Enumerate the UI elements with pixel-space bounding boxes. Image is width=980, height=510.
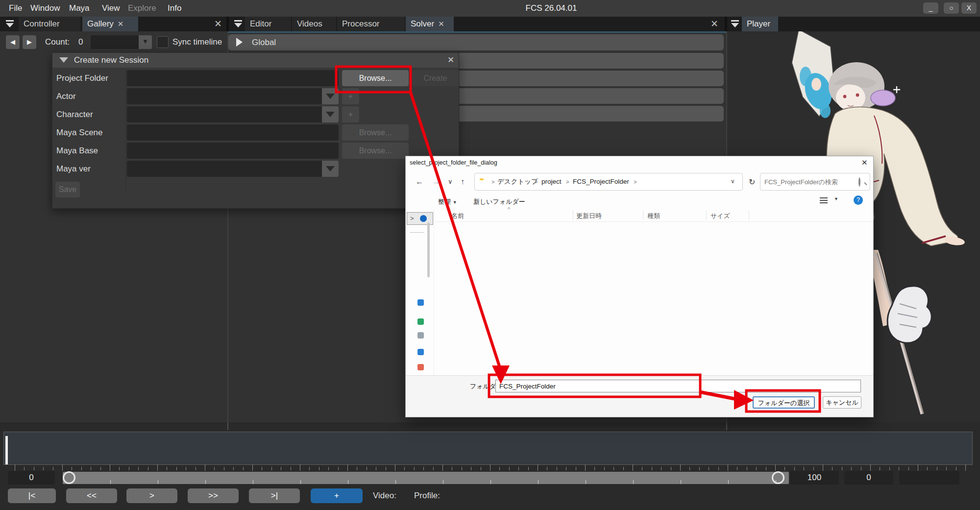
timeline-start-value[interactable]: 0 bbox=[8, 471, 55, 485]
save-button[interactable]: Save bbox=[55, 182, 80, 197]
sidebar-place-icon[interactable] bbox=[417, 299, 424, 306]
column-modified[interactable]: 更新日時 bbox=[576, 212, 602, 220]
next-arrow-button[interactable]: ▶ bbox=[23, 35, 36, 49]
dialog-close-icon[interactable]: ✕ bbox=[861, 158, 868, 167]
range-slider-left-handle[interactable] bbox=[63, 471, 75, 484]
cancel-button[interactable]: キャンセル bbox=[823, 396, 861, 409]
breadcrumb-desktop[interactable]: デスクトップ bbox=[497, 173, 538, 190]
tab-gallery-close-icon[interactable]: ✕ bbox=[118, 20, 124, 28]
add-actor-button[interactable]: + bbox=[342, 88, 359, 104]
column-name[interactable]: 名前 bbox=[451, 212, 464, 220]
step-forward-button[interactable]: >> bbox=[188, 488, 239, 503]
count-input[interactable] bbox=[91, 35, 139, 49]
tab-solver[interactable]: Solver✕ bbox=[406, 17, 454, 31]
help-icon[interactable]: ? bbox=[854, 195, 863, 205]
sidebar-place-icon[interactable] bbox=[417, 318, 424, 325]
add-button[interactable]: + bbox=[311, 488, 363, 503]
view-mode-icon[interactable] bbox=[820, 197, 828, 203]
dropdown-arrow-icon[interactable] bbox=[326, 94, 335, 99]
menu-info[interactable]: Info bbox=[168, 0, 181, 17]
browse-project-folder-button[interactable]: Browse... bbox=[342, 70, 409, 86]
panel-collapse-icon[interactable] bbox=[4, 19, 17, 29]
project-folder-input[interactable] bbox=[127, 70, 339, 86]
address-bar[interactable]: > デスクトップ > project > FCS_ProjectFolder >… bbox=[474, 173, 743, 191]
go-to-end-button[interactable]: >| bbox=[249, 488, 300, 503]
browse-maya-scene-button[interactable]: Browse... bbox=[342, 124, 409, 141]
count-dropdown-button[interactable]: ▼ bbox=[139, 35, 152, 49]
collapse-triangle-icon[interactable] bbox=[59, 57, 68, 63]
tab-player[interactable]: Player bbox=[742, 17, 778, 31]
maya-base-input[interactable] bbox=[127, 143, 339, 159]
left-section-close-icon[interactable]: ✕ bbox=[214, 18, 222, 30]
session-header: Create new Session ✕ bbox=[52, 53, 459, 68]
menu-view[interactable]: View bbox=[102, 0, 120, 17]
organize-menu[interactable]: 整理 ▼ bbox=[438, 197, 457, 206]
address-dropdown-icon[interactable]: ∨ bbox=[731, 178, 735, 185]
search-icon[interactable] bbox=[858, 177, 860, 187]
new-folder-button[interactable]: 新しいフォルダー bbox=[473, 197, 525, 206]
maya-ver-select[interactable] bbox=[127, 161, 339, 177]
ruler-tick bbox=[110, 464, 110, 471]
nav-forward-icon[interactable]: → bbox=[432, 177, 440, 186]
breadcrumb-project[interactable]: project bbox=[541, 173, 562, 190]
search-box[interactable] bbox=[760, 173, 870, 191]
dropdown-arrow-icon[interactable] bbox=[326, 112, 335, 117]
close-button[interactable]: X bbox=[961, 2, 977, 14]
ruler-tick bbox=[481, 467, 481, 470]
slider-tick bbox=[586, 480, 586, 484]
tab-controller[interactable]: Controller bbox=[19, 17, 80, 31]
nav-up-icon[interactable]: ↑ bbox=[461, 177, 465, 186]
maya-scene-input[interactable] bbox=[127, 124, 339, 141]
menu-explore[interactable]: Explore bbox=[128, 0, 156, 17]
sidebar-place-icon[interactable] bbox=[417, 332, 424, 339]
tab-solver-close-icon[interactable]: ✕ bbox=[438, 20, 444, 28]
dropdown-arrow-icon[interactable] bbox=[326, 166, 335, 171]
nav-back-icon[interactable]: ← bbox=[416, 177, 423, 186]
panel-collapse-icon[interactable] bbox=[232, 19, 245, 29]
minimize-button[interactable]: _ bbox=[923, 2, 938, 14]
timeline-current-value[interactable]: 0 bbox=[844, 471, 893, 485]
refresh-icon[interactable]: ↻ bbox=[749, 177, 755, 187]
tab-gallery[interactable]: Gallery✕ bbox=[82, 17, 138, 31]
timeline-end-value[interactable]: 100 bbox=[790, 471, 839, 485]
tab-processor[interactable]: Processor bbox=[337, 17, 405, 31]
search-input[interactable] bbox=[763, 175, 852, 188]
nav-recent-icon[interactable]: ∨ bbox=[448, 178, 453, 185]
menu-window[interactable]: Window bbox=[30, 0, 60, 17]
ruler-tick bbox=[832, 467, 833, 470]
maximize-button[interactable]: ○ bbox=[944, 2, 959, 14]
browse-maya-base-button[interactable]: Browse... bbox=[342, 143, 409, 159]
global-expander[interactable]: Global bbox=[228, 34, 724, 50]
sync-checkbox[interactable] bbox=[157, 36, 169, 48]
step-back-button[interactable]: << bbox=[66, 488, 117, 503]
view-dropdown-icon[interactable]: ▼ bbox=[834, 196, 838, 201]
middle-section-close-icon[interactable]: ✕ bbox=[710, 18, 718, 30]
timeline-track-panel[interactable] bbox=[3, 432, 973, 465]
tab-videos[interactable]: Videos bbox=[292, 17, 336, 31]
tab-editor[interactable]: Editor bbox=[245, 17, 291, 31]
select-folder-button[interactable]: フォルダーの選択 bbox=[753, 396, 815, 409]
play-button[interactable]: > bbox=[126, 488, 177, 503]
range-slider-right-handle[interactable] bbox=[772, 471, 784, 484]
column-type[interactable]: 種類 bbox=[647, 212, 660, 220]
sidebar-scrollbar[interactable] bbox=[427, 222, 430, 277]
menu-file[interactable]: File bbox=[9, 0, 22, 17]
ruler-tick bbox=[252, 464, 253, 471]
create-button[interactable]: Create bbox=[412, 70, 459, 86]
session-close-icon[interactable]: ✕ bbox=[447, 53, 454, 68]
go-to-start-button[interactable]: |< bbox=[8, 488, 56, 503]
menu-maya[interactable]: Maya bbox=[69, 0, 90, 17]
actor-select[interactable] bbox=[127, 88, 339, 104]
folder-name-input[interactable] bbox=[495, 380, 861, 392]
add-character-button[interactable]: + bbox=[342, 106, 359, 122]
character-select[interactable] bbox=[127, 106, 339, 122]
timeline-playhead[interactable] bbox=[5, 436, 8, 464]
ruler-tick bbox=[604, 467, 605, 470]
breadcrumb-fcs-projectfolder[interactable]: FCS_ProjectFolder bbox=[573, 173, 629, 190]
timeline-extra-field[interactable] bbox=[899, 471, 959, 485]
sidebar-place-icon[interactable] bbox=[417, 364, 424, 370]
column-size[interactable]: サイズ bbox=[710, 212, 730, 220]
prev-arrow-button[interactable]: ◀ bbox=[6, 35, 20, 49]
panel-collapse-icon[interactable] bbox=[729, 19, 742, 29]
sidebar-place-icon[interactable] bbox=[417, 349, 424, 355]
